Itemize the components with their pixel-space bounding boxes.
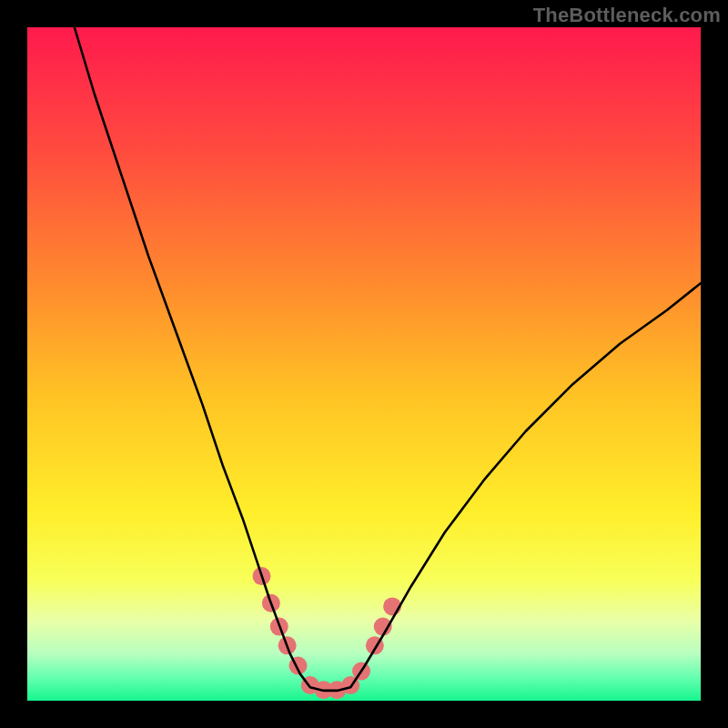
chart-frame: TheBottleneck.com (0, 0, 728, 728)
curve-layer (27, 27, 701, 701)
marker-group (253, 567, 402, 699)
watermark-text: TheBottleneck.com (533, 4, 721, 27)
plot-area (27, 27, 701, 701)
bottleneck-curve (75, 27, 701, 691)
